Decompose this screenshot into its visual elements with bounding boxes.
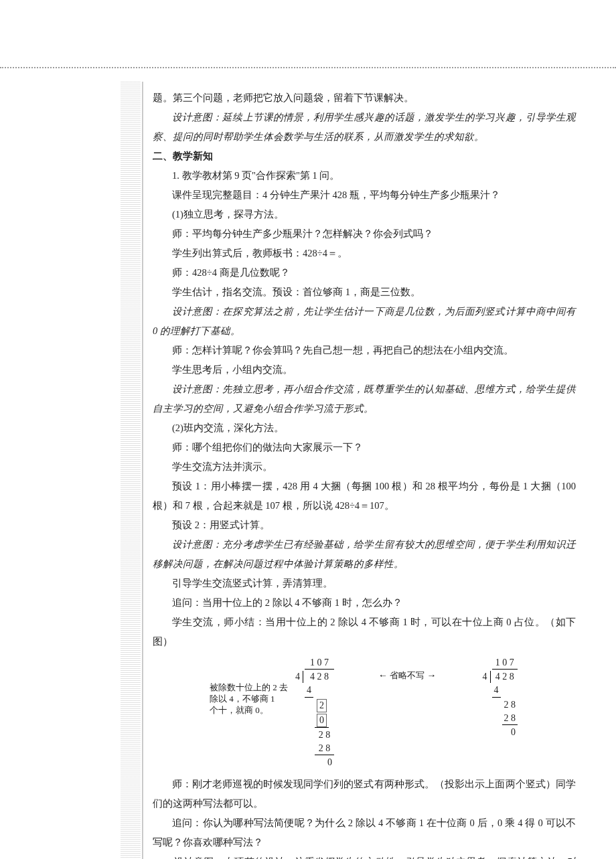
remainder: 0 <box>511 727 516 737</box>
bracket-annotation: 被除数十位上的 2 去 除以 4，不够商 1 个十，就商 0。 <box>210 655 288 716</box>
paragraph: 师：平均每分钟生产多少瓶果汁？怎样解决？你会列式吗？ <box>153 224 576 244</box>
dividend: 4 2 8 <box>310 672 329 682</box>
paragraph: (1)独立思考，探寻方法。 <box>153 205 576 224</box>
paragraph: 追问：当用十位上的 2 除以 4 不够商 1 时，怎么办？ <box>153 593 576 613</box>
divisor: 4 <box>295 672 300 682</box>
left-gutter <box>0 82 141 859</box>
arrow-icon: ← <box>378 670 388 680</box>
omit-label: ← 省略不写 → <box>376 655 439 771</box>
quotient: 1 0 7 <box>310 657 329 668</box>
paragraph: 学生列出算式后，教师板书：428÷4＝。 <box>153 244 576 263</box>
long-division-table-a: 1 0 7 44 2 8 4 2 0 2 8 2 8 0 <box>292 655 335 771</box>
paragraph: 学生估计，指名交流。预设：首位够商 1，商是三位数。 <box>153 283 576 302</box>
long-division-figure: 被除数十位上的 2 去 除以 4，不够商 1 个十，就商 0。 1 0 7 44… <box>153 655 576 771</box>
paragraph: 预设 1：用小棒摆一摆，428 用 4 大捆（每捆 100 根）和 28 根平均… <box>153 477 576 516</box>
paragraph: 师：刚才老师巡视的时候发现同学们列的竖式有两种形式。（投影出示上面两个竖式）同学… <box>153 775 576 813</box>
step: 2 8 <box>504 700 516 710</box>
paragraph: 追问：你认为哪种写法简便呢？为什么 2 除以 4 不够商 1 在十位商 0 后，… <box>153 813 576 852</box>
paragraph: 课件呈现完整题目：4 分钟生产果汁 428 瓶，平均每分钟生产多少瓶果汁？ <box>153 185 576 205</box>
paragraph: 师：428÷4 商是几位数呢？ <box>153 263 576 283</box>
arrow-icon: → <box>427 670 437 680</box>
paragraph: 学生思考后，小组内交流。 <box>153 360 576 380</box>
paragraph: 1. 教学教材第 9 页"合作探索"第 1 问。 <box>153 166 576 185</box>
section-heading-2: 二、教学新知 <box>153 147 576 166</box>
omit-label-text: 省略不写 <box>390 670 425 680</box>
paragraph: 预设 2：用竖式计算。 <box>153 516 576 535</box>
quotient: 1 0 7 <box>495 657 514 668</box>
paragraph: 学生交流方法并演示。 <box>153 457 576 477</box>
divisor: 4 <box>483 672 487 682</box>
dividend: 4 2 8 <box>495 672 514 682</box>
annotation-line: 被除数十位上的 2 去 <box>210 682 288 694</box>
top-dotted-divider <box>0 67 616 68</box>
page-body: 题。第三个问题，老师把它放入问题袋，留着下节课解决。 设计意图：延续上节课的情景… <box>0 82 616 859</box>
paragraph: 题。第三个问题，老师把它放入问题袋，留着下节课解决。 <box>153 88 576 108</box>
long-division-table-b: 1 0 7 44 2 8 4 2 8 2 8 0 <box>479 655 520 740</box>
content-column: 题。第三个问题，老师把它放入问题袋，留着下节课解决。 设计意图：延续上节课的情景… <box>141 82 616 859</box>
step: 2 8 <box>319 743 331 753</box>
remainder: 0 <box>327 757 332 767</box>
paragraph: 学生交流，师小结：当用十位上的 2 除以 4 不够商 1 时，可以在十位上商 0… <box>153 613 576 651</box>
long-division-right: 1 0 7 44 2 8 4 2 8 2 8 0 <box>479 655 520 771</box>
design-intent: 设计意图：延续上节课的情景，利用学生感兴趣的话题，激发学生的学习兴趣，引导学生观… <box>153 108 576 147</box>
paragraph: 师：哪个组把你们的做法向大家展示一下？ <box>153 438 576 457</box>
paragraph: 引导学生交流竖式计算，弄清算理。 <box>153 574 576 593</box>
vertical-rule <box>142 82 143 859</box>
step: 2 8 <box>504 713 516 723</box>
step: 4 <box>494 685 499 695</box>
paragraph: (2)班内交流，深化方法。 <box>153 418 576 438</box>
design-intent: 设计意图：在探究算法之前，先让学生估计一下商是几位数，为后面列竖式计算中商中间有… <box>153 302 576 341</box>
design-intent: 设计意图：先独立思考，再小组合作交流，既尊重学生的认知基础、思维方式，给学生提供… <box>153 380 576 418</box>
long-division-left: 被除数十位上的 2 去 除以 4，不够商 1 个十，就商 0。 1 0 7 44… <box>210 655 335 771</box>
step: 2 8 <box>319 730 331 740</box>
paragraph: 师：怎样计算呢？你会算吗？先自己想一想，再把自己的想法在小组内交流。 <box>153 341 576 360</box>
annotation-line: 个十，就商 0。 <box>210 705 288 716</box>
boxed-digit: 0 <box>317 714 327 727</box>
ornament-column <box>121 82 141 859</box>
annotation-line: 除以 4，不够商 1 <box>210 694 288 705</box>
boxed-digit: 2 <box>317 699 327 712</box>
design-intent: 设计意图：充分考虑学生已有经验基础，给学生留有较大的思维空间，便于学生利用知识迁… <box>153 535 576 574</box>
step: 4 <box>307 685 311 695</box>
design-intent: 设计意图：本环节的设计，注重发挥学生的主动性，引导学生独立思考、探索计算方法。对… <box>153 852 576 860</box>
